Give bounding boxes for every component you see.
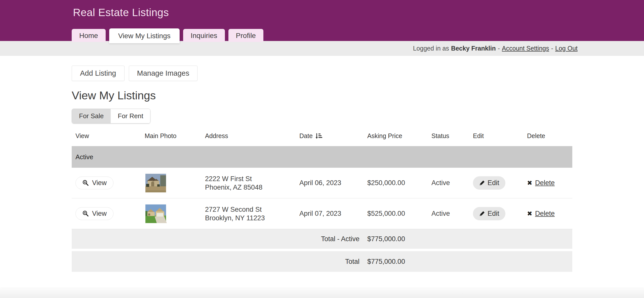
logged-in-username: Becky Franklin xyxy=(451,45,496,52)
toggle-for-sale[interactable]: For Sale xyxy=(72,109,111,123)
asking-price-cell: $525,000.00 xyxy=(364,210,428,218)
address-cell: 2222 W First St Phoenix, AZ 85048 xyxy=(201,175,296,192)
col-header-asking-price: Asking Price xyxy=(364,129,428,146)
tab-inquiries[interactable]: Inquiries xyxy=(183,29,225,42)
table-row: View xyxy=(72,198,572,229)
listing-photo[interactable] xyxy=(145,203,201,224)
sale-rent-toggle: For Sale For Rent xyxy=(72,109,150,123)
account-settings-link[interactable]: Account Settings xyxy=(502,45,549,52)
address-line2: Brooklyn, NY 11223 xyxy=(205,214,296,222)
pencil-icon xyxy=(479,211,485,217)
col-header-address: Address xyxy=(201,129,296,146)
group-header-active: Active xyxy=(72,146,572,168)
date-cell: April 06, 2023 xyxy=(296,179,364,187)
status-cell: Active xyxy=(428,210,469,218)
view-button[interactable]: View xyxy=(75,177,113,189)
manage-images-button[interactable]: Manage Images xyxy=(129,66,198,81)
col-header-main-photo: Main Photo xyxy=(141,129,201,146)
edit-button[interactable]: Edit xyxy=(473,207,505,220)
sort-amount-asc-icon xyxy=(315,132,322,140)
delete-link[interactable]: Delete xyxy=(535,179,555,187)
x-icon: ✖ xyxy=(527,179,532,187)
status-cell: Active xyxy=(428,179,469,187)
logged-in-prefix: Logged in as xyxy=(413,45,449,52)
delete-link[interactable]: Delete xyxy=(535,210,555,218)
total-amount: $775,000.00 xyxy=(364,258,428,266)
logout-link[interactable]: Log Out xyxy=(555,45,578,52)
table-header-row: View Main Photo Address Date Asking Pric… xyxy=(72,129,572,146)
separator: - xyxy=(551,45,553,52)
col-header-date[interactable]: Date xyxy=(296,129,364,146)
total-active-amount: $775,000.00 xyxy=(364,235,428,243)
primary-nav: Home View My Listings Inquiries Profile xyxy=(72,28,263,42)
x-icon: ✖ xyxy=(527,210,532,217)
app-header: Real Estate Listings Home View My Listin… xyxy=(0,0,644,41)
col-header-delete: Delete xyxy=(523,129,572,146)
total-row: Total $775,000.00 xyxy=(72,251,572,272)
tab-view-my-listings[interactable]: View My Listings xyxy=(109,28,180,43)
section-heading: View My Listings xyxy=(72,89,644,102)
pencil-icon xyxy=(479,180,485,186)
tab-home[interactable]: Home xyxy=(72,29,106,42)
edit-button[interactable]: Edit xyxy=(473,176,505,190)
address-line1: 2222 W First St xyxy=(205,175,296,183)
user-status-bar: Logged in as Becky Franklin - Account Se… xyxy=(0,41,644,56)
listings-table: View Main Photo Address Date Asking Pric… xyxy=(72,129,572,272)
col-header-view: View xyxy=(72,129,141,146)
separator: - xyxy=(498,45,500,52)
total-active-row: Total - Active $775,000.00 xyxy=(72,229,572,249)
tab-profile[interactable]: Profile xyxy=(228,29,263,42)
asking-price-cell: $250,000.00 xyxy=(364,179,428,187)
address-line1: 2727 W Second St xyxy=(205,205,296,214)
listing-photo[interactable] xyxy=(145,173,201,193)
date-cell: April 07, 2023 xyxy=(296,210,364,218)
action-button-row: Add Listing Manage Images xyxy=(72,66,644,81)
view-button[interactable]: View xyxy=(75,207,113,220)
main-content: Add Listing Manage Images View My Listin… xyxy=(0,66,644,272)
page-title: Real Estate Listings xyxy=(73,7,169,19)
col-header-status: Status xyxy=(428,129,469,146)
table-row: View xyxy=(72,168,572,198)
page-footer xyxy=(0,288,644,298)
address-line2: Phoenix, AZ 85048 xyxy=(205,183,296,192)
col-header-edit: Edit xyxy=(469,129,523,146)
toggle-for-rent[interactable]: For Rent xyxy=(111,109,150,123)
total-label: Total xyxy=(72,258,364,266)
total-active-label: Total - Active xyxy=(72,235,364,243)
address-cell: 2727 W Second St Brooklyn, NY 11223 xyxy=(201,205,296,222)
add-listing-button[interactable]: Add Listing xyxy=(72,66,125,81)
search-plus-icon xyxy=(82,180,89,186)
search-plus-icon xyxy=(82,210,89,217)
